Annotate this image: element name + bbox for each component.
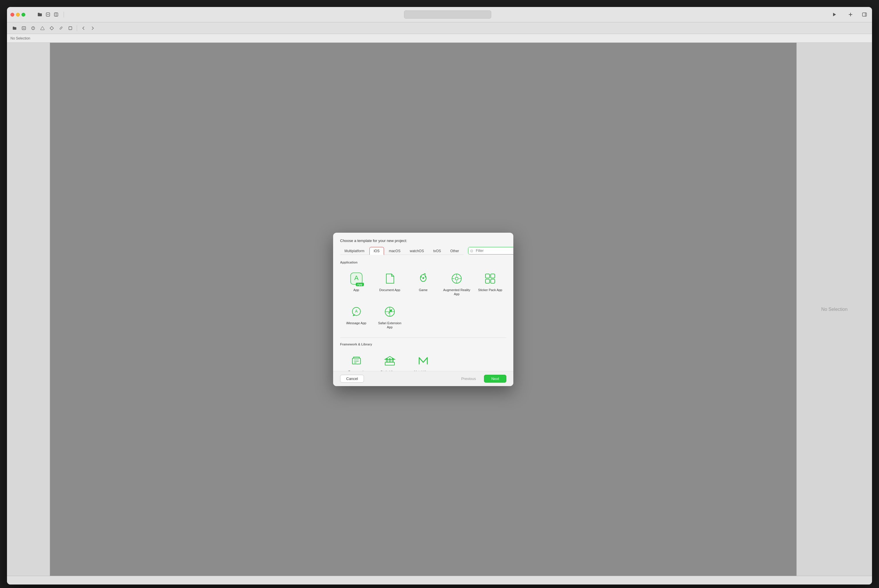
breadcrumb: No Selection bbox=[7, 34, 440, 43]
toolbar-left-icons bbox=[36, 10, 60, 19]
template-game-label: Game bbox=[419, 288, 428, 292]
svg-point-22 bbox=[421, 276, 422, 278]
folder2-icon[interactable] bbox=[11, 24, 19, 32]
svg-line-20 bbox=[425, 273, 425, 274]
traffic-lights bbox=[11, 13, 25, 16]
workspace: Choose a template for your new project: … bbox=[7, 43, 440, 294]
modal-overlay: Choose a template for your new project: … bbox=[50, 43, 440, 294]
template-document-app[interactable]: Document App bbox=[374, 268, 406, 294]
close-tab-icon[interactable] bbox=[44, 10, 52, 19]
tab-macos[interactable]: macOS bbox=[385, 247, 405, 255]
application-templates: A App App bbox=[340, 268, 440, 294]
minus-icon[interactable] bbox=[20, 24, 28, 32]
template-app[interactable]: A App App bbox=[340, 268, 373, 294]
tab-watchos[interactable]: watchOS bbox=[406, 247, 428, 255]
main-window: No Selection Choose a template for your … bbox=[7, 7, 440, 294]
modal-title: Choose a template for your new project: bbox=[340, 238, 440, 243]
main-content: Choose a template for your new project: … bbox=[50, 43, 440, 294]
chain-icon[interactable] bbox=[57, 24, 65, 32]
square-icon[interactable] bbox=[66, 24, 74, 32]
tab-ios[interactable]: iOS bbox=[370, 247, 384, 255]
titlebar bbox=[7, 7, 440, 22]
modal-header: Choose a template for your new project: … bbox=[333, 233, 440, 255]
nav-forward[interactable] bbox=[89, 24, 97, 32]
minimize-button[interactable] bbox=[16, 13, 20, 16]
split-icon[interactable] bbox=[52, 10, 60, 19]
template-game[interactable]: Game bbox=[407, 268, 439, 294]
application-section-title: Application bbox=[340, 261, 440, 264]
svg-point-13 bbox=[33, 28, 33, 29]
folder-icon[interactable] bbox=[36, 10, 44, 19]
template-document-app-label: Document App bbox=[379, 288, 400, 292]
warning-icon[interactable] bbox=[38, 24, 47, 32]
new-project-modal: Choose a template for your new project: … bbox=[333, 233, 440, 294]
svg-point-21 bbox=[422, 277, 424, 279]
app-badge: App bbox=[356, 283, 364, 286]
svg-point-23 bbox=[425, 276, 426, 278]
maximize-button[interactable] bbox=[21, 13, 25, 16]
svg-text:A: A bbox=[354, 274, 358, 282]
toolbar-row2 bbox=[7, 22, 440, 34]
template-game-icon bbox=[416, 271, 431, 286]
left-sidebar bbox=[7, 43, 50, 294]
svg-rect-14 bbox=[69, 26, 72, 30]
close-button[interactable] bbox=[11, 13, 14, 16]
breadcrumb-text: No Selection bbox=[11, 36, 30, 40]
platform-tabs: Multiplatform iOS macOS watchOS tvOS Oth… bbox=[340, 247, 440, 255]
tab-tvos[interactable]: tvOS bbox=[429, 247, 440, 255]
svg-line-19 bbox=[423, 273, 425, 274]
tab-multiplatform[interactable]: Multiplatform bbox=[340, 247, 369, 255]
template-app-label: App bbox=[353, 288, 359, 292]
nav-back[interactable] bbox=[80, 24, 87, 32]
modal-body: Application A bbox=[333, 255, 440, 294]
diamond-icon[interactable] bbox=[48, 24, 56, 32]
category-icon[interactable] bbox=[29, 24, 37, 32]
template-document-app-icon bbox=[382, 271, 397, 286]
template-app-icon: A App bbox=[349, 271, 364, 286]
